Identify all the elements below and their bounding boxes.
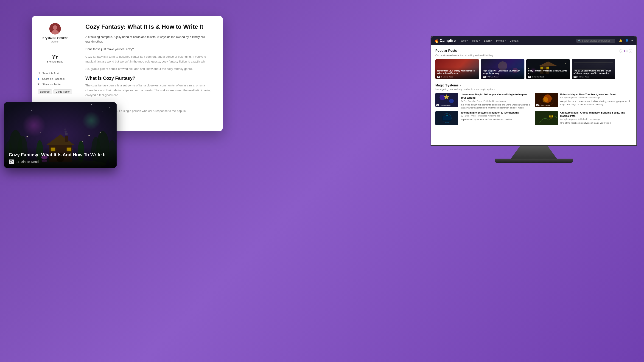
eclectic-magic-post: Tr 9 Minute Read Eclectic Magic: Now You… [535,93,632,107]
card-content-27: The 27-Chapter Outline and the Power of … [572,68,615,79]
eclectic-excerpt: We pull back the curtain on the double-b… [560,100,632,106]
video-card[interactable]: Cozy Fantasy: What It Is And How To Writ… [4,102,116,168]
uncommon-readtime: 10 Minute Read [440,105,451,106]
nav-write[interactable]: Write ▾ [459,38,470,43]
read-time-label: 8 Minute Read [47,60,63,63]
magic-systems-arrow[interactable]: › [460,84,461,87]
carousel-dot-1[interactable] [624,50,626,52]
twitter-share-link[interactable]: 𝕏 Share on Twitter [37,83,73,86]
technomagic-thumb [436,111,458,125]
popular-posts-title: Popular Posts [436,49,457,52]
popular-posts-arrow[interactable]: › [458,49,459,52]
svg-point-51 [22,114,46,137]
card-readtime-3: 8 Minute Read [532,76,544,78]
blog-section-title: What is Cozy Fantasy? [86,76,215,81]
creature-title[interactable]: Creature Magic: Animal Witchery, Bonding… [560,111,632,118]
card-meta-27: Tr 8 Minute Read [574,76,614,78]
magic-systems-title: Magic Systems [436,83,458,87]
nav-learn-label: Learn [484,39,490,42]
creature-byline: By Taylor Frymer • Published 7 months ag… [560,118,632,120]
magic-post-row-1: Tr 10 Minute Read Uncommon Magic: 10 Uni… [436,93,632,109]
blog-para-5: The cozy fantasy genre is a subgenre of … [86,83,215,97]
logo-text[interactable]: Campfire [440,39,456,43]
svg-point-42 [14,107,15,107]
svg-point-77 [88,135,90,136]
video-tt-icon: Tr [9,159,14,164]
svg-point-79 [100,132,101,133]
svg-point-74 [64,128,66,130]
nav-items: Write ▾ Read ▾ Learn ▾ Pricing ▾ [459,38,573,43]
user-icon[interactable]: 👤 [625,39,629,43]
magic-systems-subtitle: Investigating how to design and write ab… [436,88,632,91]
video-title: Cozy Fantasy: What It Is And How To Writ… [9,152,112,158]
nav-pricing-label: Pricing [496,39,504,42]
card-meta-romantasy: Tr 7 Minute Read [437,76,477,78]
svg-point-45 [73,108,73,108]
card-readtime-4: 8 Minute Read [578,76,590,78]
popular-card-27-chapter[interactable]: The 27-Chapter Outline and the Power of … [572,59,615,79]
blog-para-3: Cozy fantasy is a term to describe light… [86,55,215,64]
search-input[interactable] [582,40,612,42]
facebook-label: Share on Facebook [42,77,65,80]
creature-magic-post: Creature Magic: Animal Witchery, Bonding… [535,111,632,125]
video-overlay: Cozy Fantasy: What It Is And How To Writ… [4,147,116,168]
creature-magic-thumb [535,111,558,125]
facebook-icon: f [37,77,40,81]
nav-search[interactable]: 🔍 [576,39,615,43]
blog-title: Cozy Fantasy: What It Is & How to Write … [86,23,215,31]
tag-genre-fiction[interactable]: Genre Fiction [54,89,72,94]
card-readtime-2: 9 Minute Read [486,76,498,78]
card-content-romantasy: Romantasy vs. Fantasy with Romance: What… [436,68,479,79]
card-title-cozy: Cozy Fantasy: What It Is & How to Write … [528,70,568,75]
nav-contact[interactable]: Contact [508,38,520,43]
uncommon-title[interactable]: Uncommon Magic: 10 Unique Kinds of Magic… [460,93,533,100]
card-readtime-1: 7 Minute Read [441,76,453,78]
website-content: Popular Posts › ‹ › Our most viewed cont… [431,45,636,145]
facebook-share-link[interactable]: f Share on Facebook [37,77,73,81]
nav-read[interactable]: Read ▾ [470,38,482,43]
twitter-label: Share on Twitter [42,83,62,86]
thumb-bg-technomagic [436,111,458,125]
thumb-bg-creature [535,111,558,125]
uncommon-excerpt: In a world awash with elemental sorcerer… [460,103,533,109]
eclectic-title[interactable]: Eclectic Magic: Now You See It, Now You … [560,93,632,96]
chevron-down-icon-2: ▾ [479,40,480,42]
svg-point-39 [549,115,550,117]
technomagic-excerpt: Superhuman cyber tech, artificial entiti… [460,118,533,121]
svg-point-48 [110,107,110,108]
creature-excerpt: One of the most common types of magic yo… [560,121,632,124]
tt-icon-uncommon: Tr [436,104,439,106]
svg-point-44 [50,105,50,106]
nav-learn[interactable]: Learn ▾ [482,38,494,43]
popular-card-romantasy[interactable]: Romantasy vs. Fantasy with Romance: What… [436,59,479,79]
svg-point-1 [53,25,58,30]
technomagic-title[interactable]: Technomagic Systems: Magitech & Technopa… [460,111,533,114]
divider-3 [37,98,73,98]
svg-point-78 [82,141,82,142]
chevron-down-icon-4: ▾ [505,40,506,42]
menu-icon[interactable]: ▾ [631,39,633,43]
flame-icon: 🔥 [434,39,439,43]
carousel-prev-btn[interactable]: ‹ [620,49,623,53]
popular-posts-subtitle: Our most viewed content about writing an… [436,54,632,57]
svg-point-28 [542,97,548,102]
monitor-stand [511,146,557,158]
creature-info: Creature Magic: Animal Witchery, Bonding… [560,111,632,125]
save-post-link[interactable]: ☐ Save this Post [37,72,73,75]
magic-systems-header: Magic Systems › [436,83,632,87]
carousel-next-btn[interactable]: › [628,49,632,53]
bell-icon[interactable]: 🔔 [618,39,623,43]
carousel-dot-2[interactable] [626,50,628,52]
tag-blog-post[interactable]: Blog Post [38,89,52,94]
technomagic-info: Technomagic Systems: Magitech & Technopa… [460,111,533,125]
popular-card-high-magic[interactable]: High Magic vs. Low Magic vs. Medium Magi… [481,59,524,79]
blog-para-2: Don't those just make you feel cozy? [86,47,215,52]
popular-card-cozy[interactable]: Cozy Fantasy: What It Is & How to Write … [526,59,570,79]
tt-icon-2: Tr [483,76,486,78]
svg-point-47 [102,111,103,112]
nav-contact-label: Contact [510,39,518,42]
nav-pricing[interactable]: Pricing ▾ [494,38,508,43]
blog-body: A crackling campfire. A jolly band of ba… [86,35,215,72]
popular-posts-header: Popular Posts › [436,49,459,52]
svg-point-76 [40,132,41,133]
